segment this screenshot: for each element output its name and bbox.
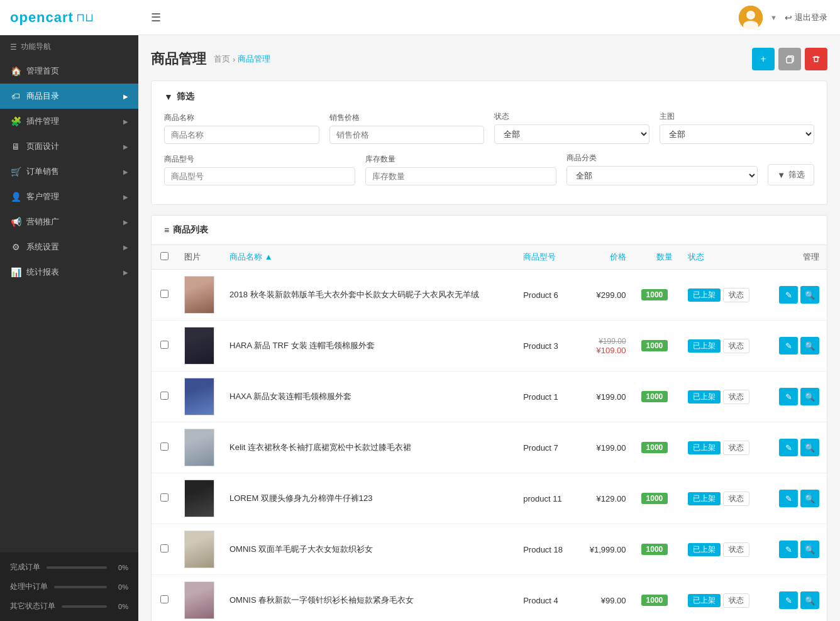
sidebar-item-marketing[interactable]: 📢 营销推广 ▶ [0, 209, 138, 234]
product-name-cell: HARA 新品 TRF 女装 连帽毛领棉服外套 [222, 321, 516, 371]
th-status[interactable]: 状态 [680, 245, 766, 270]
sidebar-item-catalog[interactable]: 🏷 商品目录 ▶ [0, 84, 138, 109]
product-manage-cell: ✎ 🔍 [765, 575, 827, 622]
product-image [184, 276, 214, 314]
filter-category-select[interactable]: 全部 [566, 166, 758, 185]
product-name-cell: 2018 秋冬装新款韩版羊毛大衣外套中长款女大码昵子大衣风衣无羊绒 [222, 270, 516, 321]
status-toggle-button[interactable]: 状态 [723, 593, 749, 608]
filter-stock-label: 库存数量 [365, 154, 556, 165]
product-model-cell: Product 4 [516, 575, 577, 622]
edit-button[interactable]: ✎ [779, 591, 798, 609]
breadcrumb-home[interactable]: 首页 [214, 53, 230, 65]
filter-name-label: 商品名称 [164, 113, 319, 123]
sidebar-item-plugins[interactable]: 🧩 插件管理 ▶ [0, 109, 138, 134]
catalog-arrow-icon: ▶ [123, 93, 128, 100]
qty-badge: 1000 [641, 289, 668, 300]
status-toggle-button[interactable]: 状态 [723, 441, 749, 455]
view-button[interactable]: 🔍 [800, 337, 819, 354]
row-checkbox-cell [152, 422, 177, 473]
user-dropdown-arrow-icon[interactable]: ▼ [770, 14, 777, 21]
add-product-button[interactable]: + [752, 48, 775, 70]
hamburger-button[interactable]: ☰ [151, 11, 161, 25]
product-name: LOREM 双腰头修身九分棉弹牛仔裤123 [229, 493, 373, 503]
product-model-cell: Product 1 [516, 371, 577, 422]
th-qty[interactable]: 数量 [634, 245, 680, 270]
row-checkbox[interactable] [160, 442, 169, 451]
filter-model-input[interactable] [164, 167, 355, 185]
product-image-cell [177, 575, 222, 622]
marketing-icon: 📢 [10, 217, 21, 227]
view-button[interactable]: 🔍 [800, 439, 819, 456]
status-toggle-button[interactable]: 状态 [723, 390, 749, 404]
logout-button[interactable]: ↩ 退出登录 [785, 12, 827, 23]
filter-btn-label: 筛选 [788, 169, 805, 180]
edit-button[interactable]: ✎ [779, 388, 798, 405]
view-button[interactable]: 🔍 [800, 541, 819, 558]
filter-btn-icon: ▼ [777, 170, 785, 180]
th-model[interactable]: 商品型号 [516, 245, 577, 270]
view-button[interactable]: 🔍 [800, 388, 819, 405]
sidebar-item-label: 商品目录 [26, 91, 59, 102]
filter-price-input[interactable] [329, 126, 485, 144]
product-name: 2018 秋冬装新款韩版羊毛大衣外套中长款女大码昵子大衣风衣无羊绒 [229, 290, 479, 299]
product-qty-cell: 1000 [634, 321, 680, 371]
stat-other-bar-container [62, 605, 107, 608]
row-checkbox[interactable] [160, 544, 169, 552]
sidebar-item-home[interactable]: 🏠 管理首页 [0, 58, 138, 84]
product-price-cell: ¥199.00¥109.00 [577, 321, 634, 371]
product-status-cell: 已上架 状态 [680, 524, 766, 575]
row-checkbox[interactable] [160, 493, 169, 502]
logo-text: opencart [10, 9, 74, 26]
price-original: ¥199.00 [584, 337, 626, 346]
sidebar-item-design[interactable]: 🖥 页面设计 ▶ [0, 134, 138, 159]
row-checkbox[interactable] [160, 341, 169, 349]
product-image-cell [177, 422, 222, 473]
filter-theme-group: 主图 全部 [660, 111, 815, 144]
filter-theme-select[interactable]: 全部 [660, 124, 815, 144]
view-button[interactable]: 🔍 [800, 490, 819, 507]
status-badge: 已上架 [688, 289, 721, 302]
copy-button[interactable] [778, 48, 801, 70]
filter-status-select[interactable]: 全部 [494, 124, 649, 144]
sidebar-item-label: 插件管理 [26, 116, 59, 127]
edit-button[interactable]: ✎ [779, 286, 798, 304]
product-model-cell: Product 18 [516, 524, 577, 575]
view-button[interactable]: 🔍 [800, 286, 819, 304]
sidebar-item-orders[interactable]: 🛒 订单销售 ▶ [0, 159, 138, 184]
sidebar-item-customers[interactable]: 👤 客户管理 ▶ [0, 184, 138, 209]
product-price-cell: ¥199.00 [577, 422, 634, 473]
th-price[interactable]: 价格 [577, 245, 634, 270]
row-checkbox[interactable] [160, 595, 169, 603]
nav-icon: ☰ [10, 43, 17, 52]
row-checkbox[interactable] [160, 290, 169, 298]
table-row: 2018 秋冬装新款韩版羊毛大衣外套中长款女大码昵子大衣风衣无羊绒 Produc… [152, 270, 827, 321]
row-checkbox-cell [152, 473, 177, 524]
edit-button[interactable]: ✎ [779, 490, 798, 507]
edit-button[interactable]: ✎ [779, 541, 798, 558]
qty-badge: 1000 [641, 340, 668, 351]
product-model: Product 3 [523, 341, 558, 351]
sidebar-item-settings[interactable]: ⚙ 系统设置 ▶ [0, 234, 138, 260]
status-toggle-button[interactable]: 状态 [723, 542, 749, 557]
status-toggle-button[interactable]: 状态 [723, 339, 749, 353]
sidebar-item-reports[interactable]: 📊 统计报表 ▶ [0, 260, 138, 285]
svg-rect-3 [787, 57, 792, 63]
edit-button[interactable]: ✎ [779, 337, 798, 354]
status-toggle-button[interactable]: 状态 [723, 288, 749, 302]
th-name[interactable]: 商品名称 ▲ [222, 245, 516, 270]
product-status-cell: 已上架 状态 [680, 473, 766, 524]
filter-stock-input[interactable] [365, 167, 556, 185]
select-all-checkbox[interactable] [160, 252, 169, 260]
product-status-cell: 已上架 状态 [680, 270, 766, 321]
sidebar-item-label: 页面设计 [26, 141, 59, 152]
edit-button[interactable]: ✎ [779, 439, 798, 456]
row-checkbox[interactable] [160, 392, 169, 400]
status-toggle-button[interactable]: 状态 [723, 492, 749, 506]
filter-name-input[interactable] [164, 126, 319, 144]
product-image [184, 581, 214, 619]
product-name-cell: LOREM 双腰头修身九分棉弹牛仔裤123 [222, 473, 516, 524]
delete-button[interactable] [805, 48, 827, 70]
filter-icon: ▼ [164, 92, 173, 102]
filter-button[interactable]: ▼ 筛选 [768, 164, 814, 185]
view-button[interactable]: 🔍 [800, 591, 819, 609]
